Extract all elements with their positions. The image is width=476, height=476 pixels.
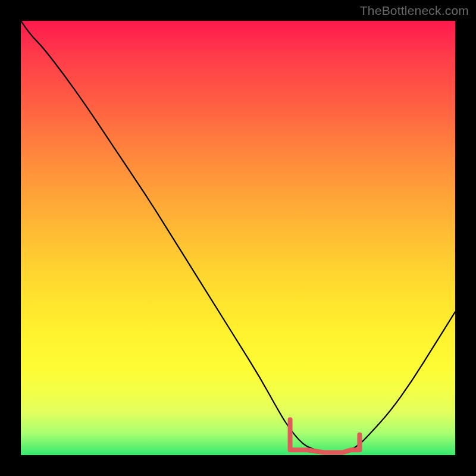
chart-frame: TheBottleneck.com [0, 0, 476, 476]
attribution-text: TheBottleneck.com [360, 4, 469, 18]
bottleneck-curve-line [21, 21, 455, 453]
curve-overlay [21, 21, 455, 455]
ideal-band-marker [290, 419, 360, 452]
plot-area [21, 21, 455, 455]
